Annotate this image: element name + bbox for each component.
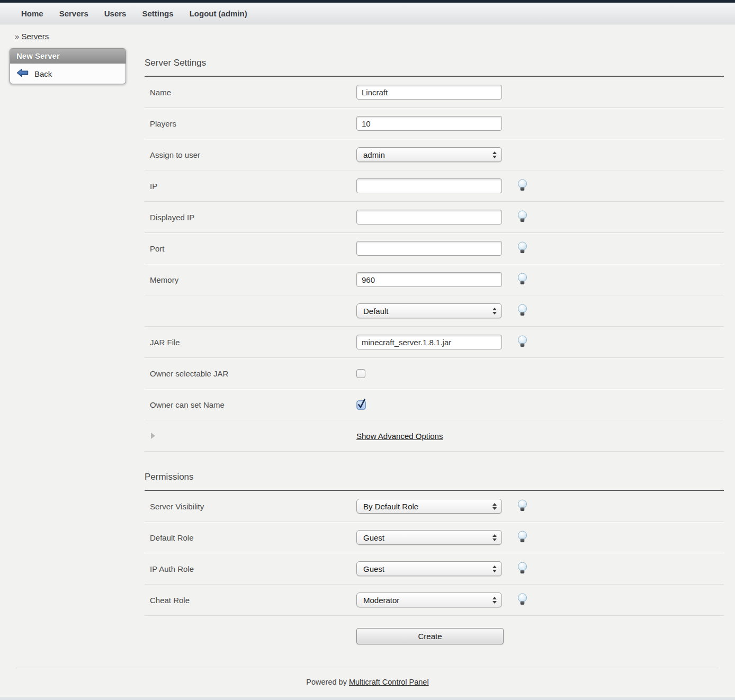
select-arrows-icon bbox=[492, 566, 497, 572]
show-advanced-options-link[interactable]: Show Advanced Options bbox=[356, 432, 443, 441]
form-row-ip: IP bbox=[145, 170, 724, 202]
form-row-owner-can-set-name: Owner can set Name bbox=[145, 389, 724, 420]
world-type-select[interactable]: Default bbox=[356, 303, 502, 318]
field-label-name: Name bbox=[145, 88, 356, 97]
field-label-default-role: Default Role bbox=[145, 533, 356, 542]
section-title-server-settings: Server Settings bbox=[145, 58, 724, 68]
field-label-server-visibility: Server Visibility bbox=[145, 502, 356, 511]
ip-input[interactable] bbox=[356, 178, 502, 193]
lightbulb-hint-icon[interactable] bbox=[517, 241, 528, 256]
field-label-ip: IP bbox=[145, 182, 356, 191]
default-role-select-value: Guest bbox=[363, 533, 384, 542]
sidebar-back-label: Back bbox=[34, 69, 52, 78]
form-row-memory: Memory bbox=[145, 264, 724, 295]
jar-file-input[interactable] bbox=[356, 335, 502, 349]
form-row-create: Create bbox=[145, 616, 724, 656]
lightbulb-hint-icon[interactable] bbox=[517, 210, 528, 225]
server-visibility-select[interactable]: By Default Role bbox=[356, 499, 502, 514]
owner-selectable-jar-checkbox[interactable] bbox=[356, 369, 365, 378]
nav-item-servers[interactable]: Servers bbox=[59, 9, 88, 18]
lightbulb-hint-icon[interactable] bbox=[517, 562, 528, 576]
lightbulb-hint-icon[interactable] bbox=[517, 499, 528, 514]
footer-divider bbox=[16, 668, 719, 668]
footer-multicraft-link[interactable]: Multicraft Control Panel bbox=[349, 678, 429, 686]
nav-item-logout[interactable]: Logout (admin) bbox=[190, 9, 247, 18]
form-row-players: Players bbox=[145, 108, 724, 139]
form-row-owner-selectable-jar: Owner selectable JAR bbox=[145, 358, 724, 389]
field-label-displayed-ip: Displayed IP bbox=[145, 213, 356, 222]
form-row-port: Port bbox=[145, 233, 724, 264]
nav-item-users[interactable]: Users bbox=[104, 9, 127, 18]
form-row-displayed-ip: Displayed IP bbox=[145, 202, 724, 233]
server-visibility-select-value: By Default Role bbox=[363, 502, 418, 511]
main-nav: Home Servers Users Settings Logout (admi… bbox=[0, 3, 735, 24]
players-input[interactable] bbox=[356, 116, 502, 131]
sidebar: New Server Back bbox=[10, 48, 126, 84]
select-arrows-icon bbox=[492, 308, 497, 315]
select-arrows-icon bbox=[492, 503, 497, 510]
field-label-ip-auth-role: IP Auth Role bbox=[145, 564, 356, 573]
nav-item-settings[interactable]: Settings bbox=[142, 9, 173, 18]
field-label-owner-can-set-name: Owner can set Name bbox=[145, 400, 356, 409]
world-type-select-value: Default bbox=[363, 307, 389, 316]
sidebar-title: New Server bbox=[10, 49, 126, 64]
field-label-jar-file: JAR File bbox=[145, 338, 356, 347]
form-row-assign-user: Assign to user admin bbox=[145, 139, 724, 170]
cheat-role-select-value: Moderator bbox=[363, 596, 399, 605]
sidebar-item-back[interactable]: Back bbox=[10, 64, 126, 84]
form-row-server-visibility: Server Visibility By Default Role bbox=[145, 491, 724, 522]
bottom-accent-strip bbox=[0, 697, 735, 700]
form-row-jar-file: JAR File bbox=[145, 327, 724, 358]
lightbulb-hint-icon[interactable] bbox=[517, 179, 528, 193]
select-arrows-icon bbox=[492, 151, 497, 158]
footer-prefix: Powered by bbox=[306, 678, 347, 686]
assign-user-select[interactable]: admin bbox=[356, 147, 502, 162]
ip-auth-role-select[interactable]: Guest bbox=[356, 561, 502, 576]
lightbulb-hint-icon[interactable] bbox=[517, 593, 528, 607]
field-label-memory: Memory bbox=[145, 275, 356, 284]
form-row-ip-auth-role: IP Auth Role Guest bbox=[145, 553, 724, 585]
form-row-world-type: Default bbox=[145, 295, 724, 327]
owner-can-set-name-checkbox[interactable] bbox=[356, 400, 366, 410]
field-label-players: Players bbox=[145, 119, 356, 128]
lightbulb-hint-icon[interactable] bbox=[517, 273, 528, 287]
breadcrumb-symbol: » bbox=[15, 32, 19, 41]
port-input[interactable] bbox=[356, 241, 502, 256]
cheat-role-select[interactable]: Moderator bbox=[356, 593, 502, 607]
displayed-ip-input[interactable] bbox=[356, 210, 502, 225]
back-arrow-icon bbox=[16, 68, 29, 79]
main-content: Server Settings Name Players Assign to u… bbox=[145, 41, 724, 656]
lightbulb-hint-icon[interactable] bbox=[517, 304, 528, 318]
ip-auth-role-select-value: Guest bbox=[363, 564, 384, 573]
lightbulb-hint-icon[interactable] bbox=[517, 335, 528, 349]
field-label-cheat-role: Cheat Role bbox=[145, 596, 356, 605]
breadcrumb: » Servers bbox=[15, 32, 735, 41]
default-role-select[interactable]: Guest bbox=[356, 530, 502, 545]
form-row-name: Name bbox=[145, 77, 724, 108]
field-label-owner-selectable-jar: Owner selectable JAR bbox=[145, 369, 356, 378]
create-button[interactable]: Create bbox=[356, 628, 504, 644]
select-arrows-icon bbox=[492, 597, 497, 604]
section-title-permissions: Permissions bbox=[145, 472, 724, 482]
breadcrumb-link-servers[interactable]: Servers bbox=[22, 32, 49, 41]
assign-user-select-value: admin bbox=[363, 150, 385, 159]
memory-input[interactable] bbox=[356, 272, 502, 287]
field-label-assign-user: Assign to user bbox=[145, 150, 356, 159]
form-row-default-role: Default Role Guest bbox=[145, 522, 724, 553]
disclosure-triangle-icon[interactable] bbox=[151, 433, 155, 439]
form-row-advanced-options: Show Advanced Options bbox=[145, 420, 724, 452]
select-arrows-icon bbox=[492, 534, 497, 541]
name-input[interactable] bbox=[356, 85, 502, 100]
field-label-port: Port bbox=[145, 244, 356, 253]
lightbulb-hint-icon[interactable] bbox=[517, 531, 528, 545]
nav-item-home[interactable]: Home bbox=[21, 9, 43, 18]
form-row-cheat-role: Cheat Role Moderator bbox=[145, 585, 724, 616]
footer: Powered by Multicraft Control Panel bbox=[0, 678, 735, 686]
